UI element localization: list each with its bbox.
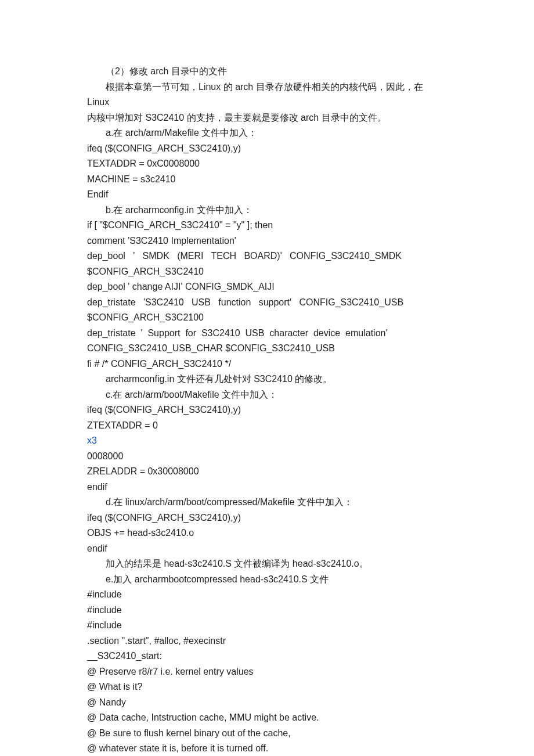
text-line: #include [87, 603, 447, 618]
text-line: dep_tristate 'S3C2410 USB function suppo… [87, 295, 447, 311]
text-line: endif [87, 541, 447, 557]
text-line: dep_bool ' SMDK (MERI TECH BOARD)' CONFI… [87, 249, 447, 264]
text-line: 内核中增加对 S3C2410 的支持，最主要就是要修改 arch 目录中的文件。 [87, 110, 447, 126]
text-line: e.加入 archarmbootcompressed head-s3c2410.… [87, 572, 447, 588]
text-line: ifeq ($(CONFIG_ARCH_S3C2410),y) [87, 141, 447, 157]
text-line: @ Data cache, Intstruction cache, MMU mi… [87, 710, 447, 726]
text-line: c.在 arch/arm/boot/Makefile 文件中加入： [87, 387, 447, 403]
text-line: CONFIG_S3C2410_USB_CHAR $CONFIG_S3C2410_… [87, 341, 447, 357]
text-line: ZRELADDR = 0x30008000 [87, 464, 447, 480]
text-line: a.在 arch/arm/Makefile 文件中加入： [87, 125, 447, 141]
text-line: endif [87, 480, 447, 495]
text-line: $CONFIG_ARCH_S3C2100 [87, 310, 447, 326]
text-line: if [ "$CONFIG_ARCH_S3C2410" = "y" ]; the… [87, 218, 447, 233]
text-line: $CONFIG_ARCH_S3C2410 [87, 264, 447, 280]
text-line: comment 'S3C2410 Implementation' [87, 233, 447, 249]
text-line: 0008000 [87, 449, 447, 465]
text-line: dep_tristate ' Support for S3C2410 USB c… [87, 326, 447, 341]
text-line: @ Nandy [87, 695, 447, 711]
text-line: @ Preserve r8/r7 i.e. kernel entry value… [87, 664, 447, 680]
text-line: ifeq ($(CONFIG_ARCH_S3C2410),y) [87, 402, 447, 418]
text-line: @ Be sure to flush kernel binary out of … [87, 726, 447, 741]
text-line: ifeq ($(CONFIG_ARCH_S3C2410),y) [87, 510, 447, 526]
text-line: Endif [87, 187, 447, 203]
text-line: .section ".start", #alloc, #execinstr [87, 633, 447, 649]
text-line: @ whatever state it is, before it is tur… [87, 741, 447, 756]
text-line: （2）修改 arch 目录中的文件 [87, 64, 447, 80]
text-line: dep_bool ' change AIJI' CONFIG_SMDK_AIJI [87, 279, 447, 295]
text-line: TEXTADDR = 0xC0008000 [87, 156, 447, 172]
text-line: x3 [87, 433, 447, 449]
text-line: #include [87, 587, 447, 603]
text-line: 根据本章第一节可知，Linux 的 arch 目录存放硬件相关的内核代码，因此，… [87, 80, 447, 110]
text-line: 加入的结果是 head-s3c2410.S 文件被编译为 head-s3c241… [87, 556, 447, 572]
document-page: （2）修改 arch 目录中的文件根据本章第一节可知，Linux 的 arch … [0, 0, 534, 756]
text-line: archarmconfig.in 文件还有几处针对 S3C2410 的修改。 [87, 372, 447, 387]
text-line: #include [87, 618, 447, 633]
text-line: ZTEXTADDR = 0 [87, 418, 447, 434]
text-line: @ What is it? [87, 679, 447, 695]
text-line: fi # /* CONFIG_ARCH_S3C2410 */ [87, 357, 447, 372]
text-line: d.在 linux/arch/arm/boot/compressed/Makef… [87, 495, 447, 510]
text-line: OBJS += head-s3c2410.o [87, 525, 447, 541]
text-line: b.在 archarmconfig.in 文件中加入： [87, 203, 447, 218]
text-line: MACHINE = s3c2410 [87, 172, 447, 188]
text-line: __S3C2410_start: [87, 649, 447, 664]
